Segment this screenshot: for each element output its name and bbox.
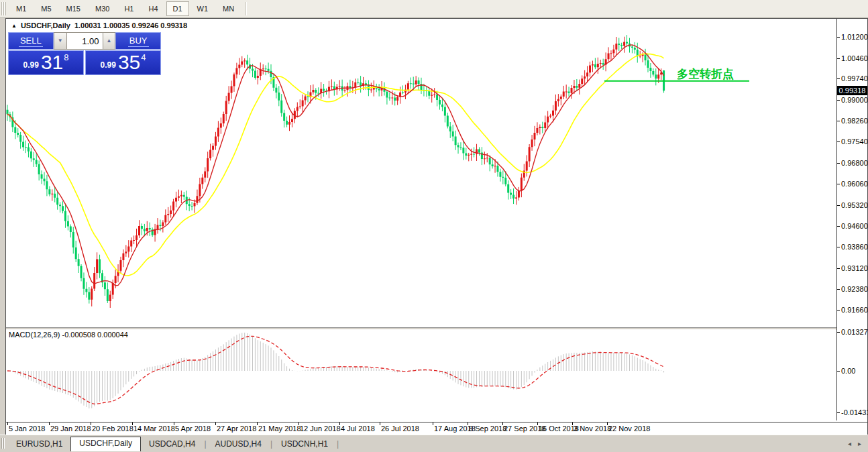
chart-tab-eurusd-h1[interactable]: EURUSD,H1 xyxy=(8,438,70,451)
macd-axis-tick xyxy=(837,371,840,372)
price-axis-label: 0.97540 xyxy=(841,137,868,146)
date-axis-tick xyxy=(572,422,573,425)
date-axis-label: 21 May 2018 xyxy=(258,425,301,433)
sell-price-main: 31 xyxy=(41,52,63,72)
spinner-down-icon: ▼ xyxy=(58,38,63,44)
date-axis-label: 20 Feb 2018 xyxy=(92,425,133,433)
price-axis-label: 0.93120 xyxy=(841,264,868,272)
date-axis-tick xyxy=(339,422,340,425)
price-axis-label: 0.95320 xyxy=(841,201,868,209)
timeframe-button-mn[interactable]: MN xyxy=(216,1,241,16)
price-axis-tick xyxy=(837,247,840,247)
toolbar-separator xyxy=(246,2,246,15)
chart-tab-usdchf-daily[interactable]: USDCHF,Daily xyxy=(70,437,141,451)
price-axis-tick xyxy=(837,268,840,269)
date-axis-tick xyxy=(468,422,468,425)
price-axis-label: 0.94600 xyxy=(841,222,868,230)
price-axis-tick xyxy=(837,58,840,59)
timeframe-button-m5[interactable]: M5 xyxy=(34,1,58,16)
sell-button[interactable]: SELL xyxy=(8,32,54,50)
sell-price-prefix: 0.99 xyxy=(23,60,39,70)
date-axis-tick xyxy=(380,422,380,425)
chart-title: ▲ USDCHF,Daily 1.00031 1.00035 0.99246 0… xyxy=(11,21,187,30)
buy-price-pip: 4 xyxy=(141,52,146,62)
price-axis-label: 0.91660 xyxy=(841,306,868,314)
price-axis-label: 1.01200 xyxy=(841,33,868,41)
date-axis-tick xyxy=(607,422,608,425)
tab-scroll-right-icon[interactable]: ▸ xyxy=(858,440,861,447)
date-axis-tick xyxy=(502,422,503,425)
timeframe-button-m1[interactable]: M1 xyxy=(9,1,33,16)
macd-axis-tick xyxy=(837,332,840,333)
price-axis-tick xyxy=(837,37,840,38)
date-axis-label: 12 Jun 2018 xyxy=(300,425,341,433)
price-axis-label: 0.96060 xyxy=(841,180,868,188)
tab-scroll-left-icon[interactable]: ◂ xyxy=(848,440,851,447)
date-axis-label: 5 Apr 2018 xyxy=(175,425,211,433)
price-axis-label: 0.93860 xyxy=(841,243,868,251)
chart-tab-bar: EURUSD,H1USDCHF,DailyUSDCAD,H4|AUDUSD,H4… xyxy=(0,435,868,452)
chart-tab-audusd-h4[interactable]: AUDUSD,H4 xyxy=(207,438,270,451)
price-axis-label: 0.98260 xyxy=(841,117,868,125)
chart-symbol-label: USDCHF,Daily xyxy=(21,21,70,30)
price-axis-label: 0.96800 xyxy=(841,159,868,167)
macd-axis-label: -0.01431 xyxy=(841,408,868,416)
chart-window: ▲ USDCHF,Daily 1.00031 1.00035 0.99246 0… xyxy=(5,18,868,435)
timeframe-button-m30[interactable]: M30 xyxy=(89,1,116,16)
sell-quote[interactable]: 0.99318 xyxy=(8,50,84,75)
date-axis-tick xyxy=(132,422,133,425)
tab-separator: | xyxy=(336,438,339,451)
buy-button[interactable]: BUY xyxy=(115,32,161,50)
price-axis-tick xyxy=(837,142,840,142)
one-click-toggle-icon[interactable]: ▲ xyxy=(11,23,17,29)
date-axis-tick xyxy=(7,422,8,425)
chart-tab-usdcnh-h1[interactable]: USDCNH,H1 xyxy=(273,438,336,451)
date-axis-label: 5 Jan 2018 xyxy=(9,425,45,433)
price-axis-label: 0.92380 xyxy=(841,285,868,293)
date-axis-label: 29 Jan 2018 xyxy=(50,425,91,433)
date-axis[interactable]: 5 Jan 201829 Jan 201820 Feb 201814 Mar 2… xyxy=(6,422,867,435)
macd-axis-tick xyxy=(837,412,840,413)
macd-axis-label: 0.01327 xyxy=(841,328,868,336)
price-axis-tick xyxy=(837,184,840,184)
buy-price-main: 35 xyxy=(118,52,140,72)
macd-indicator-label: MACD(12,26,9) -0.000508 0.000044 xyxy=(9,331,128,339)
timeframe-toolbar: M1M5M15M30H1H4D1W1MN xyxy=(0,0,868,18)
tabbar-grip-handle[interactable] xyxy=(1,438,5,449)
timeframe-button-w1[interactable]: W1 xyxy=(191,1,215,16)
toolbar-grip-handle[interactable] xyxy=(1,2,6,15)
chart-tabs: EURUSD,H1USDCHF,DailyUSDCAD,H4|AUDUSD,H4… xyxy=(8,437,339,451)
current-price-tag: 0.99318 xyxy=(837,86,867,95)
timeframe-button-h4[interactable]: H4 xyxy=(142,1,164,16)
price-axis-label: 1.00460 xyxy=(841,54,868,62)
chart-tab-usdcad-h4[interactable]: USDCAD,H4 xyxy=(141,438,203,451)
buy-quote[interactable]: 0.99354 xyxy=(85,50,161,75)
timeframe-buttons: M1M5M15M30H1H4D1W1MN xyxy=(9,1,241,16)
timeframe-button-d1[interactable]: D1 xyxy=(166,1,189,16)
date-axis-label: 3 Nov 2018 xyxy=(574,425,611,433)
timeframe-button-m15[interactable]: M15 xyxy=(60,1,87,16)
macd-axis-label: 0.00 xyxy=(841,367,855,375)
date-axis-tick xyxy=(433,422,433,425)
one-click-trade-panel: SELL ▼ ▲ BUY 0.99318 0.99354 xyxy=(8,32,161,75)
date-axis-label: 4 Jul 2018 xyxy=(341,425,375,433)
annotation-label[interactable]: 多空转折点 xyxy=(677,67,734,80)
timeframe-button-h1[interactable]: H1 xyxy=(117,1,140,16)
volume-input[interactable] xyxy=(67,32,103,50)
date-axis-label: 16 Oct 2018 xyxy=(539,425,579,433)
date-axis-tick xyxy=(174,422,174,425)
macd-pane[interactable]: MACD(12,26,9) -0.000508 0.000044 xyxy=(6,329,836,420)
macd-chart xyxy=(6,329,836,420)
price-axis-tick xyxy=(837,78,840,79)
date-axis-tick xyxy=(257,422,258,425)
price-axis[interactable]: 1.012001.004600.997400.990000.982600.975… xyxy=(836,19,867,420)
date-axis-tick xyxy=(299,422,299,425)
price-axis-tick xyxy=(837,205,840,206)
price-axis-label: 0.99000 xyxy=(841,96,868,104)
volume-decrease-button[interactable]: ▼ xyxy=(54,32,67,50)
volume-increase-button[interactable]: ▲ xyxy=(103,32,116,50)
date-axis-label: 22 Nov 2018 xyxy=(608,425,650,433)
buy-price-prefix: 0.99 xyxy=(101,60,116,70)
date-axis-tick xyxy=(215,422,216,425)
price-axis-tick xyxy=(837,310,840,310)
